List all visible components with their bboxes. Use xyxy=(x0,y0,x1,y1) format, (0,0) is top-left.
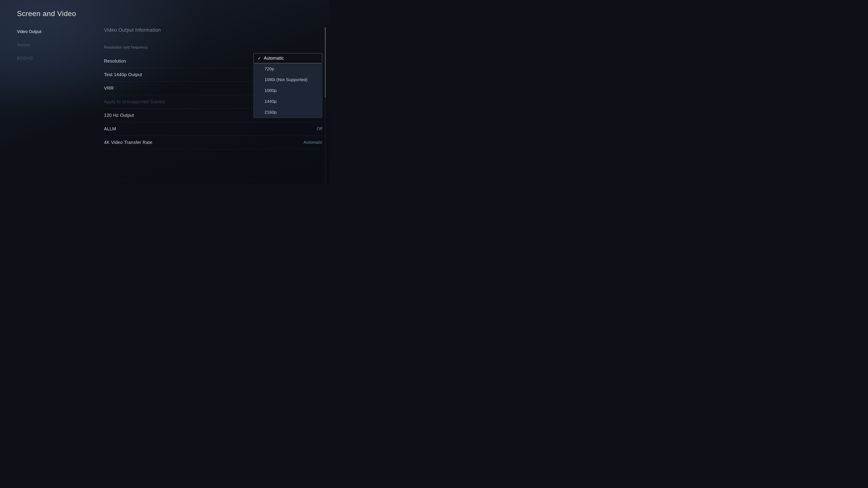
vrr-label: VRR xyxy=(104,86,114,91)
section-header: Resolution and frequency xyxy=(104,45,322,50)
check-icon: ✓ xyxy=(258,56,261,61)
allm-label: ALLM xyxy=(104,126,116,131)
apply-unsupported-label: Apply to Unsupported Games xyxy=(104,99,165,104)
video-output-info-link[interactable]: Video Output Information xyxy=(104,27,322,33)
scrollbar-thumb xyxy=(325,27,326,98)
resolution-dropdown[interactable]: ✓ Automatic 720p 1080i (Not Supported) 1… xyxy=(253,53,322,118)
dropdown-selected-label: Automatic xyxy=(264,56,284,61)
dropdown-option-2160p[interactable]: 2160p xyxy=(254,107,322,118)
dropdown-option-720p[interactable]: 720p xyxy=(254,64,322,74)
dropdown-menu: 720p 1080i (Not Supported) 1080p 1440p 2… xyxy=(253,63,322,118)
dropdown-option-1440p[interactable]: 1440p xyxy=(254,96,322,107)
resolution-row[interactable]: Resolution ✓ Automatic 720p 1080i (Not S… xyxy=(104,55,322,68)
dropdown-option-1080p[interactable]: 1080p xyxy=(254,85,322,96)
sidebar: Video Output Screen BD/DVD xyxy=(17,29,80,61)
120hz-label: 120 Hz Output xyxy=(104,113,134,118)
settings-list: Resolution ✓ Automatic 720p 1080i (Not S… xyxy=(104,55,322,149)
4k-transfer-row[interactable]: 4K Video Transfer Rate Automatic xyxy=(104,136,322,149)
resolution-label: Resolution xyxy=(104,59,126,64)
4k-transfer-value: Automatic xyxy=(304,140,322,145)
main-content: Video Output Information Resolution and … xyxy=(104,27,322,184)
allm-value: Off xyxy=(317,127,322,131)
page-title: Screen and Video xyxy=(17,9,76,18)
test-1440p-label: Test 1440p Output xyxy=(104,72,142,77)
dropdown-option-1080i[interactable]: 1080i (Not Supported) xyxy=(254,74,322,85)
4k-transfer-label: 4K Video Transfer Rate xyxy=(104,140,152,145)
sidebar-item-screen[interactable]: Screen xyxy=(17,43,80,47)
sidebar-item-video-output[interactable]: Video Output xyxy=(17,29,80,34)
scrollbar[interactable] xyxy=(325,27,326,184)
allm-row[interactable]: ALLM Off xyxy=(104,122,322,136)
dropdown-selected-item[interactable]: ✓ Automatic xyxy=(253,53,322,63)
sidebar-item-bddvd[interactable]: BD/DVD xyxy=(17,56,80,61)
